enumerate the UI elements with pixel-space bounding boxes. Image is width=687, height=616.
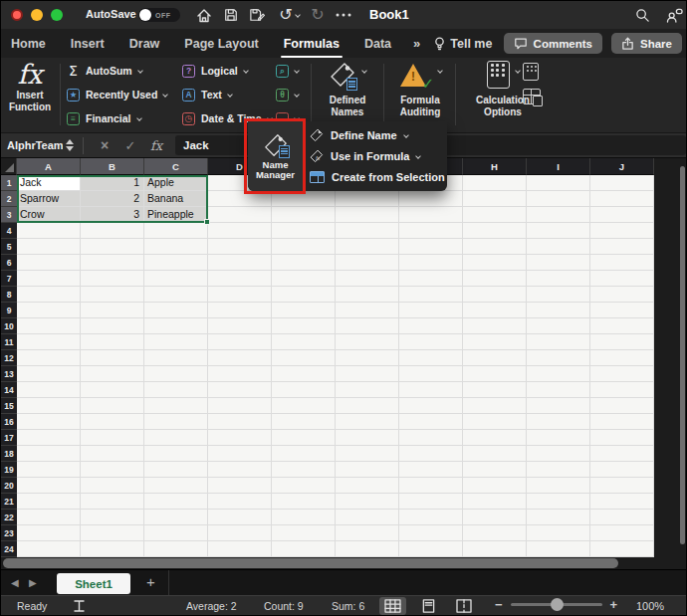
cell-E15[interactable] xyxy=(272,398,336,414)
cell-B4[interactable] xyxy=(81,223,144,239)
row-header-2[interactable]: 2 xyxy=(1,191,17,207)
cell-H22[interactable] xyxy=(463,510,527,525)
cell-J11[interactable] xyxy=(590,334,654,350)
cell-H17[interactable] xyxy=(463,430,527,446)
cell-F22[interactable] xyxy=(336,510,399,525)
stepper-up-icon[interactable] xyxy=(66,139,74,144)
tab-draw[interactable]: Draw xyxy=(129,37,160,51)
cell-F3[interactable] xyxy=(336,207,399,223)
cell-H16[interactable] xyxy=(463,414,527,430)
cell-G7[interactable] xyxy=(399,271,463,287)
cell-D9[interactable] xyxy=(208,303,272,318)
page-break-view-icon[interactable] xyxy=(451,597,477,615)
autosum-button[interactable]: Σ AutoSum xyxy=(67,62,167,80)
cell-F2[interactable] xyxy=(336,191,399,207)
cell-H24[interactable] xyxy=(463,541,527,557)
cell-G24[interactable] xyxy=(399,541,463,557)
minimize-icon[interactable] xyxy=(31,9,43,21)
cell-J5[interactable] xyxy=(590,239,654,255)
menu-item-define-name[interactable]: Define Name xyxy=(303,124,447,145)
cell-F10[interactable] xyxy=(336,318,399,334)
cell-J22[interactable] xyxy=(590,510,654,525)
logical-button[interactable]: ? Logical xyxy=(182,62,272,80)
cell-H8[interactable] xyxy=(463,287,527,303)
cell-I17[interactable] xyxy=(527,430,590,446)
column-header-B[interactable]: B xyxy=(81,158,144,175)
cell-H1[interactable] xyxy=(463,175,527,191)
calculate-sheet-icon[interactable] xyxy=(523,89,541,104)
cell-D10[interactable] xyxy=(208,318,272,334)
cell-G2[interactable] xyxy=(399,191,463,207)
cell-D19[interactable] xyxy=(208,462,272,478)
cell-E7[interactable] xyxy=(272,271,336,287)
cell-A20[interactable] xyxy=(17,478,81,494)
cell-D3[interactable] xyxy=(208,207,272,223)
cell-C2[interactable]: Banana xyxy=(144,191,208,207)
cell-C11[interactable] xyxy=(144,334,208,350)
cell-A13[interactable] xyxy=(17,366,81,382)
cell-G8[interactable] xyxy=(399,287,463,303)
cell-E23[interactable] xyxy=(272,525,336,541)
cell-B13[interactable] xyxy=(81,366,144,382)
cell-H3[interactable] xyxy=(463,207,527,223)
tab-formulas[interactable]: Formulas xyxy=(284,37,340,51)
tab-data[interactable]: Data xyxy=(364,37,391,51)
cell-J17[interactable] xyxy=(590,430,654,446)
cell-F6[interactable] xyxy=(336,255,399,271)
cell-D24[interactable] xyxy=(208,541,272,557)
row-header-20[interactable]: 20 xyxy=(1,478,17,494)
cell-A23[interactable] xyxy=(17,525,81,541)
cell-I14[interactable] xyxy=(527,382,590,398)
zoom-slider-handle[interactable] xyxy=(551,598,564,611)
share-button[interactable]: Share xyxy=(611,33,682,54)
cell-E20[interactable] xyxy=(272,478,336,494)
cell-E24[interactable] xyxy=(272,541,336,557)
row-header-13[interactable]: 13 xyxy=(1,366,17,382)
cell-A9[interactable] xyxy=(17,303,81,318)
cell-F13[interactable] xyxy=(336,366,399,382)
cell-J6[interactable] xyxy=(590,255,654,271)
cell-B17[interactable] xyxy=(81,430,144,446)
tab-insert[interactable]: Insert xyxy=(71,37,105,51)
cell-I5[interactable] xyxy=(527,239,590,255)
cell-A12[interactable] xyxy=(17,350,81,366)
cell-H4[interactable] xyxy=(463,223,527,239)
save-as-icon[interactable] xyxy=(247,6,267,24)
cell-D21[interactable] xyxy=(208,494,272,510)
cell-F19[interactable] xyxy=(336,462,399,478)
cell-B3[interactable]: 3 xyxy=(81,207,144,223)
cell-E3[interactable] xyxy=(272,207,336,223)
row-header-11[interactable]: 11 xyxy=(1,334,17,350)
cell-B14[interactable] xyxy=(81,382,144,398)
row-header-1[interactable]: 1 xyxy=(1,175,17,191)
lookup-reference-button[interactable]: ⌕ xyxy=(276,62,299,80)
cell-I24[interactable] xyxy=(527,541,590,557)
row-header-15[interactable]: 15 xyxy=(1,398,17,414)
cell-E6[interactable] xyxy=(272,255,336,271)
cell-F4[interactable] xyxy=(336,223,399,239)
cell-I21[interactable] xyxy=(527,494,590,510)
cell-G22[interactable] xyxy=(399,510,463,525)
horizontal-scrollbar[interactable] xyxy=(3,558,618,568)
cell-C9[interactable] xyxy=(144,303,208,318)
cell-G19[interactable] xyxy=(399,462,463,478)
cell-F23[interactable] xyxy=(336,525,399,541)
cell-J23[interactable] xyxy=(590,525,654,541)
row-header-21[interactable]: 21 xyxy=(1,494,17,510)
cell-C22[interactable] xyxy=(144,510,208,525)
cell-D20[interactable] xyxy=(208,478,272,494)
cell-J1[interactable] xyxy=(590,175,654,191)
cell-J9[interactable] xyxy=(590,303,654,318)
cancel-icon[interactable]: × xyxy=(92,137,117,153)
cell-D6[interactable] xyxy=(208,255,272,271)
cell-A14[interactable] xyxy=(17,382,81,398)
cell-C15[interactable] xyxy=(144,398,208,414)
row-header-16[interactable]: 16 xyxy=(1,414,17,430)
cell-B24[interactable] xyxy=(81,541,144,557)
zoom-out-icon[interactable]: − xyxy=(495,597,503,612)
cell-A15[interactable] xyxy=(17,398,81,414)
cell-F16[interactable] xyxy=(336,414,399,430)
cell-D2[interactable] xyxy=(208,191,272,207)
cell-F17[interactable] xyxy=(336,430,399,446)
cell-G10[interactable] xyxy=(399,318,463,334)
